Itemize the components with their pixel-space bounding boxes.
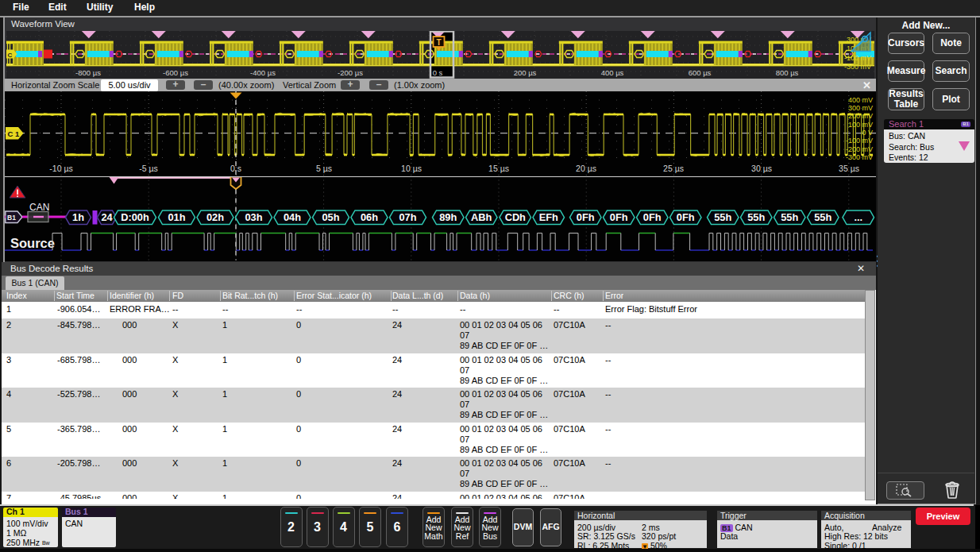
svg-text:07h: 07h <box>399 211 416 223</box>
svg-text:0 s: 0 s <box>433 68 443 77</box>
svg-text:55h: 55h <box>714 211 731 223</box>
svg-text:-5 µs: -5 µs <box>139 164 158 173</box>
svg-text:30 µs: 30 µs <box>751 164 772 173</box>
svg-text:-600 µs: -600 µs <box>163 68 188 77</box>
svg-text:1h: 1h <box>72 211 84 223</box>
svg-text:0Fh: 0Fh <box>643 211 662 223</box>
svg-text:0 s: 0 s <box>230 164 241 173</box>
svg-text:C 1: C 1 <box>8 129 21 138</box>
svg-text:-300 mV: -300 mV <box>846 153 873 161</box>
svg-text:25 µs: 25 µs <box>663 164 684 173</box>
svg-text:20 µs: 20 µs <box>576 164 596 173</box>
svg-text:0 V: 0 V <box>862 129 873 137</box>
svg-text:10 µs: 10 µs <box>401 164 422 173</box>
svg-text:-200 µs: -200 µs <box>338 68 363 77</box>
svg-text:300 mV: 300 mV <box>848 104 873 112</box>
svg-text:400 µs: 400 µs <box>601 68 624 77</box>
svg-text:55h: 55h <box>781 211 798 223</box>
svg-text:600 µs: 600 µs <box>689 68 712 77</box>
svg-text:C: C <box>8 52 13 59</box>
svg-text:ABh: ABh <box>471 211 492 223</box>
svg-text:-10 µs: -10 µs <box>49 164 72 173</box>
svg-text:89h: 89h <box>439 211 457 223</box>
svg-text:5 µs: 5 µs <box>316 164 332 173</box>
svg-text:-200 mV: -200 mV <box>846 145 873 153</box>
svg-text:...: ... <box>854 211 862 223</box>
svg-text:-100 mV: -100 mV <box>846 137 873 145</box>
svg-text:05h: 05h <box>322 211 339 223</box>
svg-text:-800 µs: -800 µs <box>75 68 101 77</box>
svg-text:T: T <box>436 38 441 47</box>
svg-text:-300 mV: -300 mV <box>844 63 871 71</box>
svg-text:02h: 02h <box>206 211 224 223</box>
svg-text:800 µs: 800 µs <box>776 68 799 77</box>
svg-text:CAN: CAN <box>29 202 49 213</box>
svg-text:-400 µs: -400 µs <box>250 68 276 77</box>
svg-text:B1: B1 <box>7 214 16 222</box>
svg-text:200 mV: 200 mV <box>848 112 873 120</box>
svg-text:0Fh: 0Fh <box>677 211 695 223</box>
svg-text:01h: 01h <box>168 211 185 223</box>
svg-text:200 µs: 200 µs <box>514 68 537 77</box>
svg-text:55h: 55h <box>747 211 765 223</box>
svg-text:D:00h: D:00h <box>121 211 149 223</box>
svg-text:-100 mV: -100 mV <box>844 54 871 62</box>
svg-text:0Fh: 0Fh <box>610 211 628 223</box>
svg-text:55h: 55h <box>814 211 831 223</box>
svg-text:CDh: CDh <box>505 211 526 223</box>
svg-text:06h: 06h <box>361 211 378 223</box>
svg-text:35 µs: 35 µs <box>839 164 859 173</box>
svg-text:Source: Source <box>10 236 55 250</box>
svg-text:24: 24 <box>101 211 113 223</box>
svg-text:04h: 04h <box>284 211 301 223</box>
svg-text:400 mV: 400 mV <box>848 96 873 104</box>
svg-text:03h: 03h <box>245 211 262 223</box>
svg-text:EFh: EFh <box>539 211 558 223</box>
svg-text:0Fh: 0Fh <box>577 211 595 223</box>
svg-text:100 mV: 100 mV <box>848 121 873 129</box>
svg-text:15 µs: 15 µs <box>488 164 509 173</box>
